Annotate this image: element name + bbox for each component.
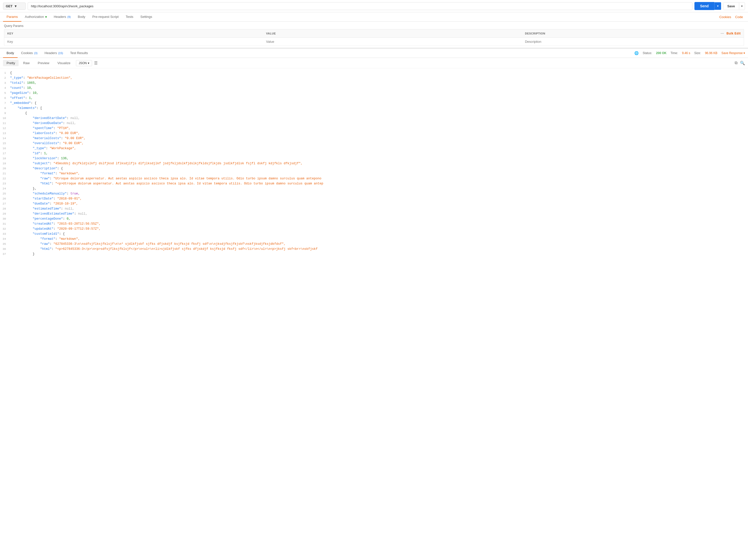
method-dropdown-icon[interactable]: ▼ [14, 4, 17, 8]
line-number: 18 [0, 156, 10, 161]
code-line: 31 "createdAt": "2015-03-20T12:56:55Z", [0, 221, 748, 227]
line-content: "spentTime": "PT1H", [10, 126, 748, 131]
view-tab-visualize[interactable]: Visualize [54, 60, 74, 66]
line-number: 32 [0, 227, 10, 231]
line-number: 23 [0, 181, 10, 186]
line-content: "createdAt": "2015-03-20T12:56:55Z", [10, 221, 748, 227]
code-line: 33 "customField1": { [0, 231, 748, 236]
line-number: 7 [0, 101, 10, 106]
line-number: 25 [0, 191, 10, 196]
code-line: 21 "format": "markdown", [0, 171, 748, 176]
tab-body[interactable]: Body [74, 12, 89, 22]
save-dropdown-button[interactable]: ▾ [739, 3, 745, 9]
code-line: 10 "derivedStartDate": null, [0, 116, 748, 121]
line-number: 29 [0, 211, 10, 216]
line-content: { [10, 111, 748, 116]
cookies-link[interactable]: Cookies [717, 13, 733, 21]
line-content: "id": 1, [10, 151, 748, 156]
value-input[interactable] [266, 40, 519, 44]
line-number: 15 [0, 141, 10, 146]
tab-prerequest[interactable]: Pre-request Script [89, 12, 122, 22]
line-content: "html": "<p>Utroque dolorum aspernatur. … [10, 181, 748, 186]
column-options-icon[interactable]: ··· [721, 31, 724, 36]
code-line: 1{ [0, 70, 748, 75]
view-tab-pretty[interactable]: Pretty [3, 60, 19, 66]
query-params-section: Query Params KEY VALUE DESCRIPTION ··· B… [0, 22, 748, 46]
line-number: 9 [0, 111, 10, 115]
line-content: "updatedAt": "2020-09-17T12:59:57Z", [10, 227, 748, 231]
response-tabs-bar: Body Cookies (3) Headers (15) Test Resul… [0, 49, 748, 58]
line-number: 11 [0, 121, 10, 125]
desc-column-header: DESCRIPTION [525, 32, 545, 35]
status-label: Status: [642, 51, 652, 55]
tab-authorization[interactable]: Authorization [21, 12, 50, 22]
line-content: "overallCosts": "0.00 EUR", [10, 141, 748, 146]
line-number: 21 [0, 171, 10, 176]
tab-settings[interactable]: Settings [137, 12, 156, 22]
line-content: "laborCosts": "0.00 EUR", [10, 131, 748, 136]
code-line: 35 "raw": "627845336-3\n\nsdfsjflksjfkls… [0, 241, 748, 247]
line-content: } [10, 252, 748, 257]
url-input[interactable] [28, 2, 693, 10]
line-content: "html": "<p>627845336-3</p>\n<p>sdfsjflk… [10, 247, 748, 252]
body-controls: Pretty Raw Preview Visualize JSON ▾ ☰ ⧉ … [0, 58, 748, 68]
tab-headers[interactable]: Headers (9) [50, 12, 74, 22]
copy-icon[interactable]: ⧉ [735, 61, 738, 65]
line-content: "derivedEstimatedTime": null, [10, 211, 748, 216]
line-number: 8 [0, 106, 10, 111]
code-line: 23 "html": "<p>Utroque dolorum aspernatu… [0, 181, 748, 186]
line-content: "pageSize": 10, [10, 91, 748, 96]
resp-tab-headers[interactable]: Headers (15) [41, 49, 67, 58]
line-number: 31 [0, 221, 10, 226]
line-content: "_type": "WorkPackageCollection", [10, 75, 748, 80]
line-number: 6 [0, 96, 10, 100]
description-input[interactable] [525, 40, 741, 44]
method-label: GET [6, 4, 13, 8]
resp-tab-body[interactable]: Body [3, 49, 18, 58]
line-number: 17 [0, 151, 10, 156]
save-response-dropdown-icon: ▾ [744, 51, 745, 55]
code-line: 16 "_type": "WorkPackage", [0, 146, 748, 151]
line-content: "format": "markdown", [10, 171, 748, 176]
format-dropdown-icon: ▾ [88, 62, 89, 65]
save-response-button[interactable]: Save Response ▾ [721, 51, 745, 55]
tab-params[interactable]: Params [3, 12, 21, 22]
save-button[interactable]: Save [723, 2, 739, 10]
resp-tab-cookies[interactable]: Cookies (3) [18, 49, 41, 58]
format-select[interactable]: JSON ▾ [76, 60, 92, 66]
code-line: 8 "elements": [ [0, 106, 748, 111]
code-line: 28 "estimatedTime": null, [0, 206, 748, 211]
line-content: }, [10, 186, 748, 191]
line-number: 19 [0, 161, 10, 166]
code-line: 27 "dueDate": "2018-10-19", [0, 201, 748, 206]
bulk-edit-button[interactable]: Bulk Edit [726, 32, 741, 35]
code-line: 36 "html": "<p>627845336-3</p>\n<p>sdfsj… [0, 247, 748, 252]
tab-tests[interactable]: Tests [122, 12, 137, 22]
line-number: 30 [0, 216, 10, 221]
code-line: 22 "raw": "Utroque dolorum aspernatur. A… [0, 176, 748, 181]
line-content: "_embedded": { [10, 101, 748, 106]
view-tab-preview[interactable]: Preview [34, 60, 53, 66]
send-dropdown-button[interactable]: ▾ [714, 2, 721, 10]
method-select[interactable]: GET ▼ [3, 2, 26, 10]
line-number: 2 [0, 75, 10, 80]
line-number: 13 [0, 131, 10, 136]
save-btn-group: Save ▾ [723, 2, 745, 10]
time-label: Time: [671, 51, 678, 55]
code-line: 6"offset": 1, [0, 96, 748, 101]
line-content: "materialCosts": "0.00 EUR", [10, 136, 748, 141]
line-content: "subject": "45msddsj dsjfkldjslkfj dslfj… [10, 161, 748, 166]
resp-tab-test-results[interactable]: Test Results [67, 49, 92, 58]
line-number: 5 [0, 91, 10, 95]
code-link[interactable]: Code [733, 13, 745, 21]
code-line: 3"total": 1865, [0, 80, 748, 86]
search-icon[interactable]: 🔍 [740, 61, 745, 65]
line-content: "raw": "Utroque dolorum aspernatur. Aut … [10, 176, 748, 181]
send-btn-group: Send ▾ [695, 2, 721, 10]
send-button[interactable]: Send [695, 2, 714, 10]
wrap-icon[interactable]: ☰ [94, 61, 98, 65]
code-line: 24 }, [0, 186, 748, 191]
line-number: 12 [0, 126, 10, 131]
view-tab-raw[interactable]: Raw [20, 60, 33, 66]
key-input[interactable] [7, 40, 260, 44]
